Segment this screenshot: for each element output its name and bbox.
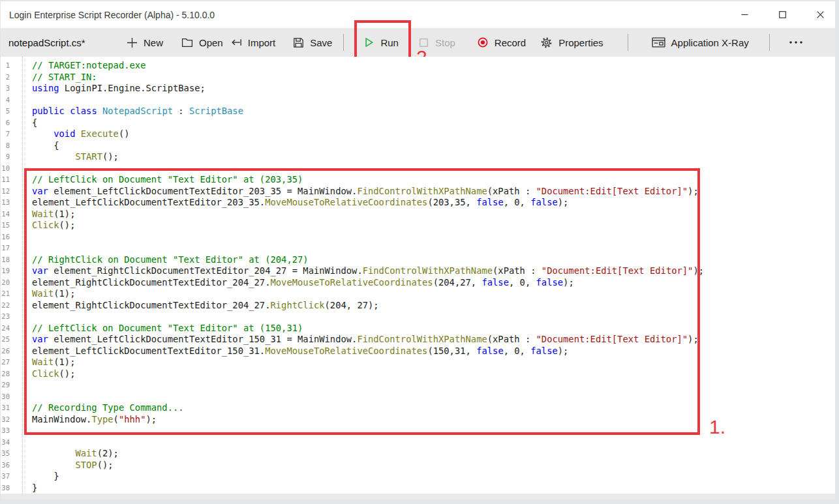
line-number: 7	[1, 128, 10, 140]
code-text: var element_RightClickDocumentTextEditor…	[32, 265, 704, 276]
code-line: 13element_LeftClickDocumentTextEditor_20…	[1, 197, 835, 209]
code-line: 14Wait(1);	[1, 209, 835, 220]
code-text: MainWindow.Type("hhh");	[32, 414, 157, 424]
line-number: 11	[1, 174, 10, 186]
stop-icon	[418, 37, 429, 48]
code-line: 2// START_IN:	[1, 72, 835, 83]
toolbar-button-more[interactable]	[788, 28, 804, 57]
minimize-icon	[741, 11, 748, 18]
code-text: {	[32, 117, 37, 128]
code-line: 28Click();	[1, 368, 835, 380]
line-number: 37	[1, 471, 10, 482]
code-text: Wait(1);	[32, 357, 75, 367]
line-number: 12	[1, 186, 10, 198]
close-button[interactable]	[805, 1, 835, 28]
record-icon	[477, 37, 489, 48]
code-text: var element_LeftClickDocumentTextEditor_…	[32, 186, 699, 196]
code-line: 17	[1, 243, 835, 254]
code-text: var element_LeftClickDocumentTextEditor_…	[32, 334, 699, 344]
toolbar-button-run[interactable]: Run2.	[363, 28, 399, 57]
line-number: 25	[1, 334, 10, 346]
toolbar-separator	[769, 34, 770, 51]
code-line: 11// LeftClick on Document "Text Editor"…	[1, 174, 835, 186]
code-line: 10	[1, 163, 835, 175]
toolbar-button-label: Application X-Ray	[671, 37, 749, 48]
line-number: 23	[1, 311, 10, 323]
code-line: 37 }	[1, 471, 835, 482]
line-number: 2	[1, 72, 10, 83]
code-text: // TARGET:notepad.exe	[32, 60, 145, 70]
line-number: 30	[1, 391, 10, 403]
code-line: 16	[1, 231, 835, 243]
toolbar-button-label: Open	[199, 37, 223, 48]
code-text: void Execute()	[32, 128, 130, 139]
toolbar-button-label: Stop	[435, 37, 455, 48]
toolbar-buttons: NewOpenImportSaveRun2.StopRecordProperti…	[125, 28, 835, 57]
code-line: 38}	[1, 482, 835, 494]
line-number: 26	[1, 346, 10, 357]
code-text: element_RightClickDocumentTextEditor_204…	[32, 277, 574, 288]
close-icon	[817, 11, 824, 18]
code-line: 5public class NotepadScript : ScriptBase	[1, 106, 835, 117]
code-line: 22element_RightClickDocumentTextEditor_2…	[1, 300, 835, 312]
code-text: public class NotepadScript : ScriptBase	[32, 106, 243, 116]
maximize-button[interactable]	[767, 1, 797, 28]
code-line: 1// TARGET:notepad.exe	[1, 60, 835, 72]
line-number: 28	[1, 368, 10, 380]
toolbar-button-stop[interactable]: Stop	[418, 28, 455, 57]
editor-bottom-strip	[1, 494, 835, 499]
toolbar-button-new[interactable]: New	[127, 28, 163, 57]
ellipsis-icon	[788, 37, 804, 48]
toolbar-button-label: Save	[310, 37, 332, 48]
toolbar-button-label: Record	[495, 37, 526, 48]
line-number: 27	[1, 357, 10, 368]
toolbar-button-label: Import	[248, 37, 276, 48]
toolbar-button-label: New	[144, 37, 163, 48]
line-number: 22	[1, 300, 10, 312]
code-line: 8 {	[1, 140, 835, 152]
code-line: 23	[1, 311, 835, 323]
code-text: element_RightClickDocumentTextEditor_204…	[32, 300, 379, 310]
code-line: 24// LeftClick on Document "Text Editor"…	[1, 323, 835, 334]
toolbar-button-import[interactable]: Import	[231, 28, 276, 57]
code-line: 25var element_LeftClickDocumentTextEdito…	[1, 334, 835, 346]
line-number: 6	[1, 117, 10, 129]
line-number: 13	[1, 197, 10, 209]
code-line: 18// RightClick on Document "Text Editor…	[1, 254, 835, 266]
app-xray-icon	[652, 37, 665, 48]
toolbar-separator	[628, 34, 628, 51]
minimize-button[interactable]	[729, 1, 759, 28]
code-line: 26element_LeftClickDocumentTextEditor_15…	[1, 346, 835, 357]
code-line: 9 START();	[1, 151, 835, 163]
window-title: Login Enterprise Script Recorder (Alpha)…	[1, 10, 215, 20]
line-number: 10	[1, 163, 10, 175]
toolbar-separator	[343, 34, 344, 51]
line-number: 14	[1, 209, 10, 220]
code-line: 7 void Execute()	[1, 128, 835, 140]
code-line: 36 STOP();	[1, 460, 835, 471]
toolbar-button-properties[interactable]: Properties	[540, 28, 603, 57]
annotation-label-1: 1.	[709, 417, 725, 437]
code-text: {	[32, 140, 59, 151]
toolbar: notepadScript.cs* NewOpenImportSaveRun2.…	[1, 28, 835, 57]
line-number: 33	[1, 425, 10, 437]
code-line: 30	[1, 391, 835, 403]
code-text: // LeftClick on Document "Text Editor" a…	[32, 323, 303, 333]
current-file-tab[interactable]: notepadScript.cs*	[1, 37, 125, 48]
toolbar-button-xray[interactable]: Application X-Ray	[652, 28, 749, 57]
code-text: Click();	[32, 368, 75, 379]
save-icon	[293, 37, 304, 48]
code-line: 20element_RightClickDocumentTextEditor_2…	[1, 277, 835, 289]
line-number: 36	[1, 460, 10, 471]
code-line: 34	[1, 437, 835, 449]
run-icon	[363, 37, 374, 48]
toolbar-button-open[interactable]: Open	[181, 28, 223, 57]
line-number: 24	[1, 323, 10, 334]
code-text: using LoginPI.Engine.ScriptBase;	[32, 83, 206, 93]
line-number: 34	[1, 437, 10, 449]
line-number: 32	[1, 414, 10, 426]
line-number: 1	[1, 60, 10, 72]
toolbar-button-record[interactable]: Record	[477, 28, 526, 57]
maximize-icon	[779, 11, 786, 18]
toolbar-button-save[interactable]: Save	[293, 28, 332, 57]
